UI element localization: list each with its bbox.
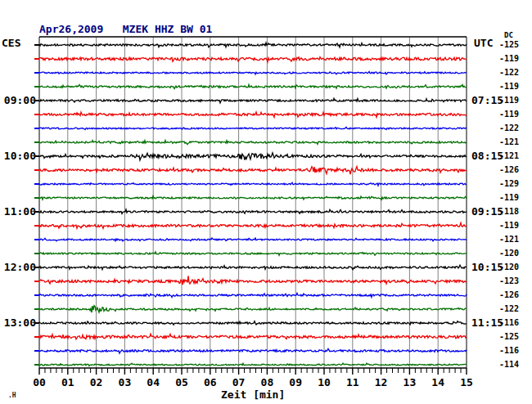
seismogram-trace-row bbox=[39, 363, 467, 366]
seismogram-trace-row bbox=[39, 167, 467, 175]
seismogram-trace-row bbox=[39, 223, 467, 229]
dc-offset-value: -118 bbox=[499, 208, 519, 216]
x-axis-tick-label: 07 bbox=[224, 377, 254, 388]
seismogram-trace-row bbox=[39, 72, 467, 74]
x-axis-title: Zeit [min] bbox=[221, 389, 285, 400]
x-axis-tick-label: 14 bbox=[423, 377, 453, 388]
dc-offset-value: -119 bbox=[499, 110, 519, 119]
x-axis-tick-label: 12 bbox=[367, 377, 396, 388]
x-axis-tick-label: 03 bbox=[110, 377, 139, 388]
seismogram-trace-row bbox=[39, 112, 467, 117]
dc-offset-value: -123 bbox=[499, 277, 519, 285]
dc-offset-value: -119 bbox=[499, 55, 519, 63]
dc-offset-value: -129 bbox=[499, 180, 519, 188]
seismogram-trace-row bbox=[39, 127, 467, 129]
dc-offset-value: -119 bbox=[499, 194, 519, 202]
seismogram-trace-row bbox=[39, 238, 467, 241]
seismogram-trace-row bbox=[39, 98, 467, 103]
seismogram-trace-row bbox=[39, 265, 467, 269]
dc-offset-value: -125 bbox=[499, 333, 519, 341]
x-axis-tick-label: 11 bbox=[338, 377, 367, 388]
x-axis-tick-label: 00 bbox=[25, 377, 54, 388]
ces-hour-label: 10:00 bbox=[0, 150, 36, 161]
dc-offset-value: -114 bbox=[499, 361, 519, 369]
x-axis-tick-label: 08 bbox=[252, 377, 282, 388]
dc-offset-value: -116 bbox=[499, 347, 519, 355]
dc-offset-value: -121 bbox=[499, 236, 519, 244]
seismogram-trace-row bbox=[39, 196, 467, 200]
x-axis-tick-label: 01 bbox=[53, 377, 83, 388]
dc-offset-value: -119 bbox=[499, 97, 519, 105]
dc-offset-value: -119 bbox=[499, 83, 519, 91]
seismogram-trace-row bbox=[39, 85, 467, 89]
ces-hour-label: 09:00 bbox=[0, 95, 36, 105]
x-axis-tick-label: 15 bbox=[452, 377, 481, 388]
seismogram-trace-row bbox=[39, 43, 467, 47]
seismogram-trace-row bbox=[39, 348, 467, 353]
x-axis-tick-label: 13 bbox=[394, 377, 424, 388]
seismogram-trace-row bbox=[39, 209, 467, 213]
dc-offset-value: -119 bbox=[499, 222, 519, 230]
x-axis-tick-label: 05 bbox=[167, 377, 196, 388]
dc-offset-value: -120 bbox=[499, 249, 519, 258]
dc-offset-value: -121 bbox=[499, 152, 519, 160]
dc-offset-value: -120 bbox=[499, 263, 519, 272]
ces-hour-label: 12:00 bbox=[0, 262, 36, 272]
seismogram-trace-row bbox=[39, 334, 467, 339]
ces-hour-label: 13:00 bbox=[0, 317, 36, 328]
dc-offset-value: -122 bbox=[499, 305, 519, 313]
dc-offset-value: -122 bbox=[499, 69, 519, 77]
seismogram-trace-row bbox=[39, 141, 467, 145]
seismogram-trace-row bbox=[39, 293, 467, 297]
x-axis-tick-label: 06 bbox=[196, 377, 225, 388]
dc-offset-value: -126 bbox=[499, 291, 519, 299]
seismogram-trace-row bbox=[39, 321, 467, 325]
dc-offset-value: -121 bbox=[499, 138, 519, 146]
x-axis-tick-label: 10 bbox=[309, 377, 339, 388]
seismogram-trace-row bbox=[39, 276, 467, 285]
seismogram-trace-row bbox=[39, 252, 467, 255]
seismogram-trace-row bbox=[39, 306, 467, 313]
seismogram-plot-canvas bbox=[0, 0, 532, 404]
dc-offset-value: -126 bbox=[499, 166, 519, 174]
dc-offset-value: -116 bbox=[499, 319, 519, 327]
corner-watermark: .H bbox=[8, 393, 16, 399]
seismogram-trace-row bbox=[39, 182, 467, 186]
seismogram-trace-row bbox=[39, 153, 467, 160]
x-axis-tick-label: 04 bbox=[138, 377, 168, 388]
x-axis-tick-label: 09 bbox=[281, 377, 310, 388]
dc-offset-value: -125 bbox=[499, 41, 519, 49]
dc-offset-value: -122 bbox=[499, 124, 519, 132]
ces-hour-label: 11:00 bbox=[0, 206, 36, 217]
x-axis-tick-label: 02 bbox=[82, 377, 111, 388]
seismogram-page: Apr26,2009 MZEK HHZ BW 01 CES UTC DC 09:… bbox=[0, 0, 532, 404]
seismogram-trace-row bbox=[39, 57, 467, 62]
